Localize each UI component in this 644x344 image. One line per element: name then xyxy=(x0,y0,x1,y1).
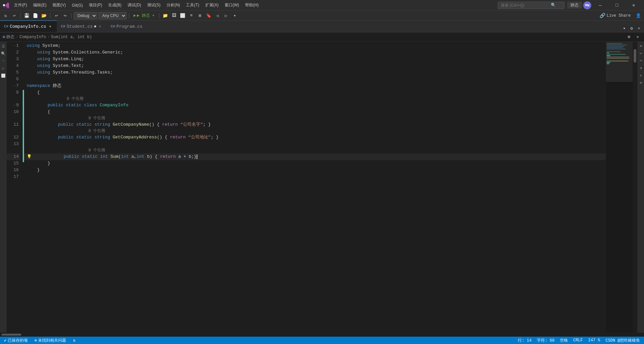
nav-button[interactable]: ◁ xyxy=(214,12,221,19)
search-input[interactable] xyxy=(501,3,551,8)
nav-menu-button[interactable]: ▾ xyxy=(231,12,238,19)
refresh-button[interactable]: ↻ xyxy=(2,12,9,19)
code-line-1: using System; xyxy=(24,42,606,49)
rs-icon-6[interactable]: b xyxy=(638,80,644,86)
tab-student[interactable]: C# Student.cs ✕ xyxy=(57,20,106,32)
tab-companyinfo-close[interactable]: ✕ xyxy=(47,24,53,29)
menu-extensions[interactable]: 扩展(X) xyxy=(203,2,221,9)
code-line-9: public static class CompanyInfo xyxy=(24,102,606,109)
scroll-thumb-v[interactable] xyxy=(634,49,636,63)
code-line-3: using System.Linq; xyxy=(24,56,606,63)
undo-button[interactable]: ↩ xyxy=(11,12,18,19)
tab-cs-icon-1: C# xyxy=(4,24,8,28)
status-char[interactable]: 字符: 60 xyxy=(535,338,556,343)
undo2-button[interactable]: ↩ xyxy=(53,12,60,19)
breadcrumb-method[interactable]: Sum(int a, int b) xyxy=(51,35,92,39)
code-line-7: namespace 静态 xyxy=(24,83,606,89)
search-bar[interactable]: 🔍 xyxy=(498,2,565,9)
mini-line-7 xyxy=(607,51,621,52)
status-encoding[interactable]: CRLF xyxy=(572,338,584,343)
breadcrumb-bar: ⚙ 静态 › CompanyInfo › Sum(int a, int b) ⊞… xyxy=(0,32,644,42)
tab-student-label: Student.cs xyxy=(67,24,93,29)
line-num-3: 3 xyxy=(7,56,20,63)
tab-student-close[interactable]: ✕ xyxy=(97,24,103,29)
tab-companyinfo[interactable]: C# CompanyInfo.cs ✕ xyxy=(0,20,57,32)
line-num-11: 11 xyxy=(7,121,20,128)
code-content[interactable]: using System; using System.Collections.G… xyxy=(24,42,606,333)
tabs-actions: ▾ ⚙ + xyxy=(621,25,644,32)
issues-icon: ⊗ xyxy=(34,338,37,343)
activity-bar: ☰ 🔍 ⑂ ▷ ⬜ xyxy=(0,42,7,333)
scroll-thumb-h[interactable] xyxy=(1,334,21,336)
activity-git[interactable]: ⑂ xyxy=(0,58,6,64)
line-num-12: 12 xyxy=(7,134,20,141)
nav-fwd-button[interactable]: ▷ xyxy=(222,12,230,19)
new-file-button[interactable]: 📄 xyxy=(32,12,39,19)
format-button[interactable]: ≡ xyxy=(188,12,195,19)
rs-icon-1[interactable]: G xyxy=(638,43,644,49)
menu-edit[interactable]: 编辑(E) xyxy=(30,2,49,9)
redo-button[interactable]: ↪ xyxy=(61,12,69,19)
rs-icon-2[interactable]: i xyxy=(638,50,644,56)
tab-overflow-button[interactable]: ▾ xyxy=(621,25,628,32)
menu-window[interactable]: 窗口(W) xyxy=(222,2,242,9)
split-editor-button[interactable]: ⊞ xyxy=(625,33,633,41)
status-line[interactable]: 行: 14 xyxy=(516,338,533,343)
status-bar: ✔ 已保存的项 ⊗ 未找到相关问题 ⇅ 行: 14 字符: 60 空格 CRLF… xyxy=(0,337,644,344)
activity-explorer[interactable]: ☰ xyxy=(0,43,6,49)
minimize-button[interactable]: — xyxy=(593,0,608,11)
status-save[interactable]: ✔ 已保存的项 xyxy=(3,338,29,343)
status-nav-arrows[interactable]: ⇅ xyxy=(71,338,76,343)
perf-button[interactable]: ⊞ xyxy=(196,12,204,19)
code-button[interactable]: ⬜ xyxy=(179,12,186,19)
status-issues[interactable]: ⊗ 未找到相关问题 xyxy=(33,338,67,343)
menu-analyze[interactable]: 分析(N) xyxy=(164,2,183,9)
scrollbar-horizontal[interactable] xyxy=(0,333,644,337)
open-button[interactable]: 📂 xyxy=(40,12,48,19)
code-line-17 xyxy=(24,174,606,180)
menu-view[interactable]: 视图(V) xyxy=(50,2,68,9)
activity-search[interactable]: 🔍 xyxy=(0,50,6,56)
screenshot-button[interactable]: 🖼 xyxy=(170,12,178,19)
maximize-button[interactable]: □ xyxy=(609,0,625,11)
menu-project[interactable]: 项目(P) xyxy=(86,2,105,9)
activity-debug[interactable]: ▷ xyxy=(0,65,6,71)
rs-icon-3[interactable]: t xyxy=(638,58,644,64)
menu-test[interactable]: 测试(S) xyxy=(145,2,163,9)
menu-git[interactable]: Git(G) xyxy=(69,2,85,8)
bookmark-button[interactable]: 🔖 xyxy=(205,12,212,19)
start-debug-button[interactable]: ▶ ▶ 静态 ▾ xyxy=(132,12,157,19)
breadcrumb-namespace[interactable]: 静态 xyxy=(6,34,14,40)
tab-settings-button[interactable]: ⚙ xyxy=(628,25,635,32)
folder-button[interactable]: 📁 xyxy=(162,12,169,19)
cpu-config-select[interactable]: Any CPU xyxy=(98,12,127,19)
menu-file[interactable]: 文件(F) xyxy=(11,2,30,9)
line-num-4: 4 xyxy=(7,63,20,69)
menu-help[interactable]: 帮助(H) xyxy=(242,2,261,9)
breadcrumb-class[interactable]: CompanyInfo xyxy=(19,35,46,39)
rs-icon-5[interactable]: u xyxy=(638,73,644,79)
menu-build[interactable]: 生成(B) xyxy=(105,2,124,9)
tab-new-button[interactable]: + xyxy=(635,25,643,32)
mini-line-11 xyxy=(607,56,629,58)
close-editor-button[interactable]: ✕ xyxy=(634,33,641,41)
scrollbar-vertical[interactable] xyxy=(633,42,637,333)
rs-icon-4[interactable]: H xyxy=(638,65,644,71)
line-numbers: —1 2 3 4 5 6 —7 8 —9 10 11 12 13 xyxy=(7,42,23,333)
close-button[interactable]: ✕ xyxy=(626,0,641,11)
debug-config-select[interactable]: Debug xyxy=(74,12,97,19)
save-all-button[interactable]: 💾 xyxy=(23,12,30,19)
menu-tools[interactable]: 工具(T) xyxy=(183,2,202,9)
status-spaces[interactable]: 空格 xyxy=(559,338,569,343)
activity-extensions[interactable]: ⬜ xyxy=(0,73,6,79)
spaces-label: 空格 xyxy=(560,338,568,343)
user-avatar[interactable]: MW xyxy=(583,1,591,9)
share-icon[interactable]: 👤 xyxy=(635,12,642,19)
live-share-label: Live Share xyxy=(607,13,631,18)
char-label: 字符: 60 xyxy=(537,338,555,343)
lightbulb-icon[interactable]: 💡 xyxy=(27,153,32,160)
menu-debug[interactable]: 调试(D) xyxy=(125,2,144,9)
tab-program[interactable]: C# Program.cs xyxy=(107,20,147,32)
live-share-button[interactable]: 🔗 Live Share xyxy=(597,12,633,19)
status-zoom[interactable]: 147 % xyxy=(587,338,602,343)
